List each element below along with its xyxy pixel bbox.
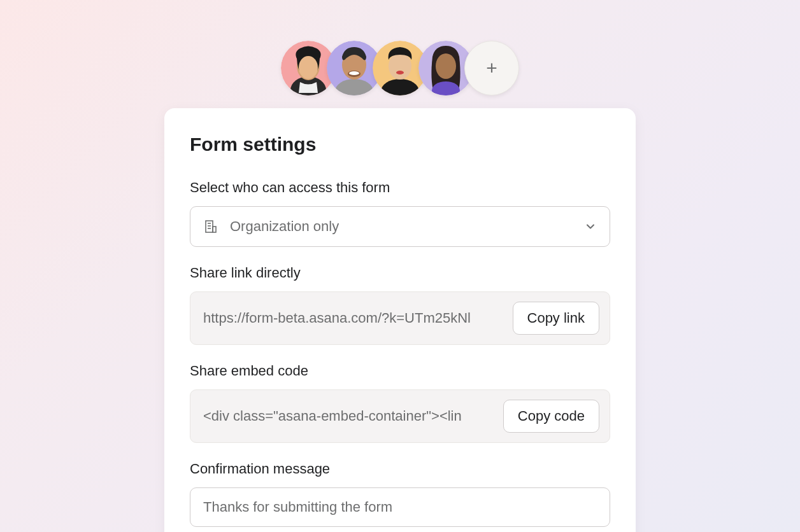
organization-icon bbox=[203, 219, 218, 234]
form-settings-card: Form settings Select who can access this… bbox=[164, 108, 636, 532]
svg-point-8 bbox=[349, 71, 359, 75]
access-section: Select who can access this form Organiza… bbox=[190, 179, 610, 247]
embed-section: Share embed code <div class="asana-embed… bbox=[190, 363, 610, 443]
confirmation-label: Confirmation message bbox=[190, 461, 610, 477]
svg-point-12 bbox=[396, 71, 404, 74]
access-label: Select who can access this form bbox=[190, 179, 610, 196]
embed-row: <div class="asana-embed-container"><lin … bbox=[190, 389, 610, 443]
avatar-group: + bbox=[281, 41, 519, 95]
chevron-down-icon bbox=[584, 220, 597, 233]
embed-label: Share embed code bbox=[190, 363, 610, 379]
page-title: Form settings bbox=[190, 134, 610, 155]
confirmation-input[interactable]: Thanks for submitting the form bbox=[190, 487, 610, 527]
share-link-section: Share link directly https://form-beta.as… bbox=[190, 265, 610, 345]
svg-rect-16 bbox=[206, 221, 213, 232]
copy-link-button[interactable]: Copy link bbox=[513, 302, 599, 335]
confirmation-section: Confirmation message Thanks for submitti… bbox=[190, 461, 610, 527]
access-selected-value: Organization only bbox=[230, 218, 584, 235]
share-link-value: https://form-beta.asana.com/?k=UTm25kNl bbox=[203, 310, 505, 326]
svg-point-11 bbox=[389, 53, 411, 80]
add-member-button[interactable]: + bbox=[464, 41, 519, 95]
access-select[interactable]: Organization only bbox=[190, 206, 610, 247]
svg-point-3 bbox=[299, 56, 318, 79]
share-link-label: Share link directly bbox=[190, 265, 610, 281]
svg-point-14 bbox=[436, 53, 456, 79]
svg-rect-17 bbox=[213, 227, 216, 232]
plus-icon: + bbox=[486, 57, 497, 79]
share-link-row: https://form-beta.asana.com/?k=UTm25kNl … bbox=[190, 291, 610, 345]
confirmation-value: Thanks for submitting the form bbox=[203, 499, 392, 515]
embed-value: <div class="asana-embed-container"><lin bbox=[203, 408, 496, 424]
copy-code-button[interactable]: Copy code bbox=[503, 400, 599, 433]
